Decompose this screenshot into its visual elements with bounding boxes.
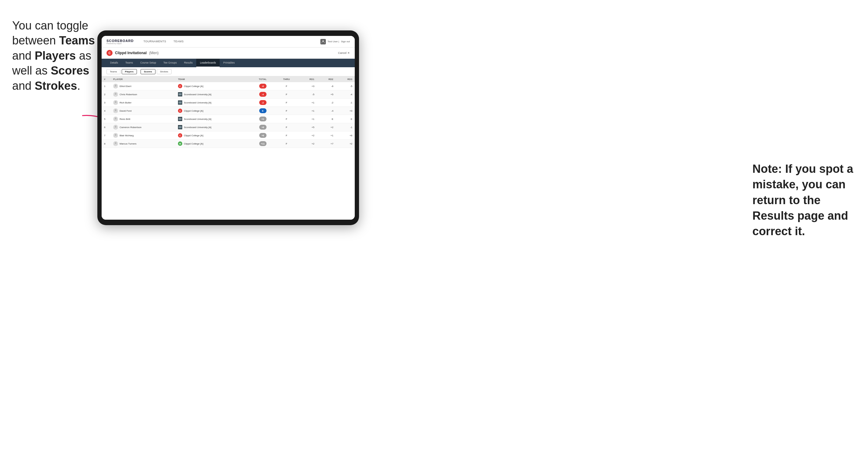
cell-rd3: E — [336, 115, 355, 123]
cancel-button[interactable]: Cancel ✕ — [338, 52, 350, 55]
player-name: Rich Butler — [120, 101, 131, 104]
player-avatar — [113, 141, 118, 146]
cell-thru: F — [275, 107, 298, 115]
team-name: Clippd College [A] — [184, 110, 203, 112]
table-header-row: # PLAYER TEAM TOTAL THRU RD1 RD2 RD3 — [102, 76, 355, 82]
cell-team: M Clippd College [A] — [176, 139, 250, 148]
cell-team: Scoreboard University [A] — [176, 115, 250, 123]
cell-rd3: +2 — [336, 139, 355, 148]
table-row[interactable]: 3 Rich Butler Scoreboard University [A]-… — [102, 99, 355, 107]
cell-player: Marcus Turners — [111, 139, 176, 148]
toggle-scores-button[interactable]: Scores — [141, 69, 155, 74]
cell-thru: F — [275, 139, 298, 148]
cell-team: CClippd College [A] — [176, 131, 250, 139]
cell-rank: 8 — [102, 139, 111, 148]
logo-sub: Powered by clippd — [106, 42, 133, 44]
sign-out-link[interactable]: Sign out — [341, 40, 350, 43]
tournament-title: C Clippd Invitational (Men) — [106, 50, 158, 56]
svg-text:M: M — [179, 143, 181, 145]
cell-total: +6 — [250, 123, 275, 131]
cell-total: -8 — [250, 82, 275, 90]
team-logo-rect — [178, 125, 182, 129]
svg-point-2 — [115, 85, 117, 86]
tab-tee-groups[interactable]: Tee Groups — [160, 59, 180, 67]
team-logo-img: M — [178, 142, 182, 146]
left-annotation: You can toggle between Teams and Players… — [12, 18, 97, 93]
tab-leaderboards[interactable]: Leaderboards — [196, 59, 219, 67]
tournament-name: Clippd Invitational — [115, 51, 147, 55]
svg-point-19 — [115, 126, 117, 127]
cell-rd2: -6 — [317, 82, 336, 90]
score-badge: +6 — [259, 133, 267, 138]
cell-rd3: -4 — [336, 90, 355, 99]
table-row[interactable]: 2 Chris Robertson Scoreboard University … — [102, 90, 355, 99]
cell-total: -2 — [250, 99, 275, 107]
tournament-header: C Clippd Invitational (Men) Cancel ✕ — [102, 48, 355, 59]
cell-player: Rich Butler — [111, 99, 176, 107]
right-annotation: Note: If you spot a mistake, you can ret… — [752, 161, 856, 239]
table-row[interactable]: 6 Cameron Robertson Scoreboard Universit… — [102, 123, 355, 131]
tab-results[interactable]: Results — [180, 59, 196, 67]
svg-point-25 — [115, 142, 117, 144]
cell-total: E — [250, 107, 275, 115]
svg-point-13 — [115, 109, 117, 111]
col-rd2: RD2 — [317, 76, 336, 82]
tab-printables[interactable]: Printables — [220, 59, 239, 67]
toggle-players-button[interactable]: Players — [122, 69, 137, 74]
cell-thru: F — [275, 82, 298, 90]
table-row[interactable]: 4 David Ford CClippd College [A]EF+1-4+3 — [102, 107, 355, 115]
col-rank: # — [102, 76, 111, 82]
user-name: Test User | — [328, 40, 339, 43]
cell-thru: F — [275, 90, 298, 99]
logo-text: SCOREBOARD — [106, 39, 133, 42]
team-name: Scoreboard University [A] — [184, 118, 212, 121]
cell-rd3: +6 — [336, 131, 355, 139]
team-logo-rect — [178, 92, 182, 96]
toggle-teams-button[interactable]: Teams — [106, 69, 121, 74]
nav-links: TOURNAMENTS TEAMS — [140, 36, 320, 48]
cell-thru: F — [275, 123, 298, 131]
cell-rd2: +2 — [317, 123, 336, 131]
col-thru: THRU — [275, 76, 298, 82]
nav-tournaments[interactable]: TOURNAMENTS — [140, 36, 170, 48]
leaderboard-table: # PLAYER TEAM TOTAL THRU RD1 RD2 RD3 1 — [102, 76, 355, 220]
cell-rd1: +2 — [298, 131, 317, 139]
team-name: Clippd College [A] — [184, 143, 203, 145]
cell-rd3: +3 — [336, 107, 355, 115]
col-rd3: RD3 — [336, 76, 355, 82]
col-player: PLAYER — [111, 76, 176, 82]
cell-player: Elliot Ebert — [111, 82, 176, 90]
cell-rd1: +1 — [298, 115, 317, 123]
annotation-text-2: Note: If you spot a mistake, you can ret… — [752, 162, 853, 238]
score-badge: -4 — [259, 92, 267, 97]
player-avatar — [113, 92, 118, 97]
cell-rd2: -4 — [317, 107, 336, 115]
table-row[interactable]: 5 Rees Britt Scoreboard University [A]+1… — [102, 115, 355, 123]
tablet-screen: SCOREBOARD Powered by clippd TOURNAMENTS… — [102, 36, 355, 220]
cell-thru: F — [275, 115, 298, 123]
toggle-strokes-button[interactable]: Strokes — [157, 69, 172, 74]
cell-team: Scoreboard University [A] — [176, 90, 250, 99]
team-name: Scoreboard University [A] — [184, 101, 212, 104]
cell-team: Scoreboard University [A] — [176, 123, 250, 131]
player-name: Chris Robertson — [120, 93, 137, 96]
table-row[interactable]: 8 Marcus Turners M Clippd College [A]+11… — [102, 139, 355, 148]
cell-rank: 5 — [102, 115, 111, 123]
players-table: # PLAYER TEAM TOTAL THRU RD1 RD2 RD3 1 — [102, 76, 355, 148]
player-name: Cameron Robertson — [120, 126, 142, 129]
player-avatar — [113, 100, 118, 105]
team-logo-c: C — [178, 133, 182, 137]
player-name: Blair McHarg — [120, 134, 133, 137]
cell-rd2: +7 — [317, 139, 336, 148]
tab-details[interactable]: Details — [106, 59, 122, 67]
nav-right: Test User | Sign out — [320, 39, 350, 44]
tab-teams[interactable]: Teams — [122, 59, 136, 67]
score-badge: -2 — [259, 100, 267, 105]
col-team: TEAM — [176, 76, 250, 82]
table-row[interactable]: 1 Elliot Ebert CClippd College [A]-8F+3-… — [102, 82, 355, 90]
nav-teams[interactable]: TEAMS — [170, 36, 187, 48]
tab-bar: Details Teams Course Setup Tee Groups Re… — [102, 59, 355, 67]
tab-course-setup[interactable]: Course Setup — [136, 59, 160, 67]
table-row[interactable]: 7 Blair McHarg CClippd College [A]+6F+2+… — [102, 131, 355, 139]
tablet-device: SCOREBOARD Powered by clippd TOURNAMENTS… — [97, 30, 359, 225]
